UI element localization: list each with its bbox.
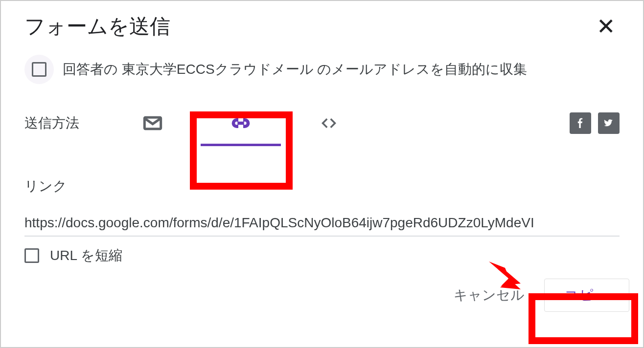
link-section: リンク https://docs.google.com/forms/d/e/1F… [1,152,643,237]
tab-email[interactable] [109,96,197,150]
cancel-button[interactable]: キャンセル [444,279,534,311]
send-form-dialog: フォームを送信 ✕ 回答者の 東京大学ECCSクラウドメール のメールアドレスを… [0,0,644,348]
mail-icon [143,113,162,133]
collect-email-label: 回答者の 東京大学ECCSクラウドメール のメールアドレスを自動的に収集 [63,60,527,79]
tab-link[interactable] [197,96,285,150]
twitter-share-button[interactable] [598,112,620,134]
link-icon [231,113,251,133]
dialog-title: フォームを送信 [24,13,170,40]
dialog-actions: キャンセル コピー [1,275,643,322]
shorten-url-checkbox[interactable] [24,248,39,263]
facebook-share-button[interactable] [570,112,591,134]
collect-email-row: 回答者の 東京大学ECCSクラウドメール のメールアドレスを自動的に収集 [1,50,643,94]
copy-button[interactable]: コピー [544,279,629,312]
twitter-icon [603,117,615,129]
send-method-label: 送信方法 [24,114,79,132]
collect-email-checkbox[interactable] [32,62,46,77]
link-section-title: リンク [24,177,620,196]
shorten-url-row: URL を短縮 [1,237,643,275]
collect-email-checkbox-wrap [24,55,54,84]
tab-embed[interactable] [285,96,373,150]
link-url-field[interactable]: https://docs.google.com/forms/d/e/1FAIpQ… [24,215,620,237]
dialog-header: フォームを送信 ✕ [1,1,643,50]
social-share-buttons [570,112,620,134]
shorten-url-label: URL を短縮 [50,246,122,265]
close-button[interactable]: ✕ [593,13,620,40]
embed-icon [319,113,339,133]
send-method-tabs: 送信方法 [1,94,643,152]
facebook-icon [575,117,586,129]
